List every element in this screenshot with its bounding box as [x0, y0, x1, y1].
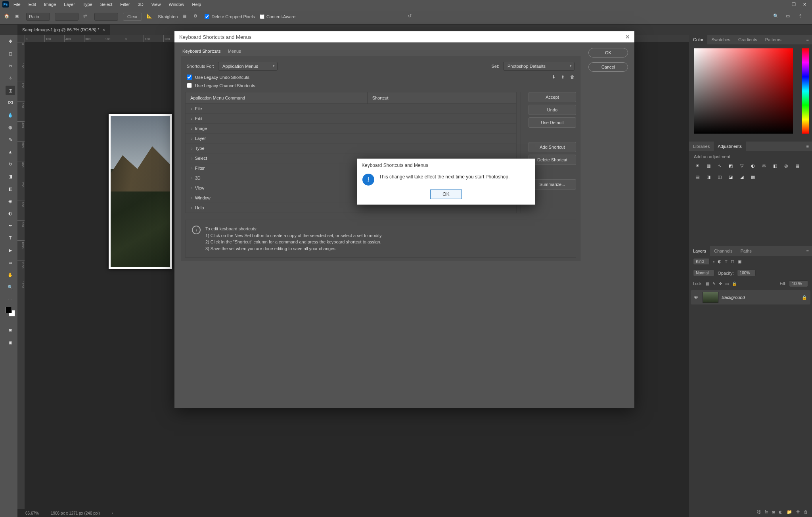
path-selection-tool-icon[interactable]: ▶	[6, 245, 15, 255]
ratio-select[interactable]: Ratio	[26, 13, 50, 21]
zoom-tool-icon[interactable]: 🔍	[6, 282, 15, 292]
exposure-icon[interactable]: ◩	[727, 162, 734, 169]
straighten-label[interactable]: Straighten	[158, 14, 178, 19]
adjustment-layer-icon[interactable]: ◐	[779, 509, 783, 515]
fill-input[interactable]: 100%	[789, 280, 808, 287]
menu-file[interactable]: File	[10, 1, 24, 8]
delete-set-icon[interactable]: 🗑	[570, 75, 575, 80]
legacy-channel-checkbox[interactable]: Use Legacy Channel Shortcuts	[187, 83, 255, 88]
panel-menu-icon[interactable]: ≡	[803, 35, 812, 44]
move-tool-icon[interactable]: ✥	[6, 36, 15, 46]
close-icon[interactable]: ✕	[803, 2, 806, 7]
cancel-button[interactable]: Cancel	[588, 62, 628, 72]
add-shortcut-button[interactable]: Add Shortcut	[529, 142, 576, 152]
filter-adjust-icon[interactable]: ◐	[718, 259, 722, 264]
width-input[interactable]	[55, 13, 79, 21]
workspace-icon[interactable]: ▭	[786, 13, 792, 20]
tab-layers[interactable]: Layers	[689, 246, 710, 256]
filter-smart-icon[interactable]: ▣	[737, 259, 741, 264]
color-swatch[interactable]	[6, 307, 15, 316]
curves-icon[interactable]: ∿	[716, 162, 723, 169]
edit-toolbar-icon[interactable]: ⋯	[6, 295, 15, 304]
command-row[interactable]: Edit	[186, 114, 516, 124]
healing-tool-icon[interactable]: ◍	[6, 123, 15, 132]
blend-mode-select[interactable]: Normal	[693, 270, 714, 276]
lock-all-icon[interactable]: 🔒	[732, 281, 737, 286]
lasso-tool-icon[interactable]: ✂	[6, 61, 15, 71]
dialog-titlebar[interactable]: Keyboard Shortcuts and Menus ×	[174, 31, 634, 42]
visibility-icon[interactable]: 👁	[694, 295, 699, 300]
new-layer-icon[interactable]: ✚	[796, 509, 800, 515]
color-field[interactable]	[694, 48, 793, 134]
tab-channels[interactable]: Channels	[710, 246, 736, 256]
rectangle-tool-icon[interactable]: ▭	[6, 258, 15, 267]
magic-wand-tool-icon[interactable]: ✧	[6, 73, 15, 83]
layer-mask-icon[interactable]: ◙	[772, 509, 775, 514]
menu-select[interactable]: Select	[97, 1, 116, 8]
dodge-tool-icon[interactable]: ◐	[6, 209, 15, 218]
home-icon[interactable]: 🏠	[4, 13, 10, 20]
history-brush-tool-icon[interactable]: ↻	[6, 159, 15, 169]
reset-icon[interactable]: ↺	[408, 13, 414, 20]
hue-slider[interactable]	[802, 48, 809, 134]
panel-menu-icon[interactable]: ≡	[803, 246, 812, 256]
alert-ok-button[interactable]: OK	[430, 190, 462, 199]
settings-gear-icon[interactable]: ⚙	[193, 13, 200, 20]
command-row[interactable]: Image	[186, 124, 516, 134]
document-canvas[interactable]	[109, 114, 172, 269]
clear-button[interactable]: Clear	[123, 13, 142, 21]
group-icon[interactable]: 📁	[787, 509, 792, 515]
document-tab[interactable]: SampleImage-1.jpg @ 66.7% (RGB/8) * ×	[17, 25, 110, 35]
eyedropper-tool-icon[interactable]: 💧	[6, 110, 15, 120]
type-tool-icon[interactable]: T	[6, 233, 15, 243]
menu-help[interactable]: Help	[189, 1, 205, 8]
crop-tool-icon[interactable]: ▣	[15, 13, 21, 20]
menu-filter[interactable]: Filter	[117, 1, 133, 8]
layer-style-icon[interactable]: fx	[765, 509, 768, 514]
color-lookup-icon[interactable]: ▤	[694, 173, 701, 180]
share-icon[interactable]: ⇪	[799, 13, 805, 20]
filter-type-icon[interactable]: T	[725, 259, 728, 264]
tab-libraries[interactable]: Libraries	[689, 142, 714, 151]
restore-icon[interactable]: ❐	[792, 2, 796, 7]
menu-view[interactable]: View	[148, 1, 164, 8]
screen-mode-icon[interactable]: ▣	[6, 337, 15, 347]
layer-filter-kind[interactable]: Kind	[693, 258, 710, 265]
hand-tool-icon[interactable]: ✋	[6, 270, 15, 280]
menu-edit[interactable]: Edit	[25, 1, 39, 8]
tab-keyboard-shortcuts[interactable]: Keyboard Shortcuts	[182, 49, 221, 54]
use-default-button[interactable]: Use Default	[529, 117, 576, 128]
search-icon[interactable]: 🔍	[773, 13, 779, 20]
tab-menus[interactable]: Menus	[228, 49, 241, 54]
pen-tool-icon[interactable]: ✒	[6, 221, 15, 230]
height-input[interactable]	[94, 13, 118, 21]
new-set-icon[interactable]: ⬆	[561, 75, 565, 80]
lock-brush-icon[interactable]: ✎	[712, 281, 716, 286]
eraser-tool-icon[interactable]: ◨	[6, 172, 15, 181]
summarize-button[interactable]: Summarize...	[529, 179, 576, 190]
tab-adjustments[interactable]: Adjustments	[714, 142, 746, 151]
threshold-icon[interactable]: ◪	[727, 173, 734, 180]
posterize-icon[interactable]: ◫	[716, 173, 723, 180]
zoom-level[interactable]: 66.67%	[25, 511, 39, 515]
layer-name[interactable]: Background	[722, 295, 745, 300]
menu-window[interactable]: Window	[165, 1, 187, 8]
delete-shortcut-button[interactable]: Delete Shortcut	[529, 155, 576, 165]
quick-mask-icon[interactable]: ◙	[6, 325, 15, 335]
delete-layer-icon[interactable]: 🗑	[804, 509, 808, 514]
straighten-icon[interactable]: 📐	[147, 13, 153, 20]
gradient-map-icon[interactable]: ◢	[738, 173, 745, 180]
layer-row[interactable]: 👁 Background 🔒	[691, 290, 810, 304]
lock-artboard-icon[interactable]: ▭	[725, 281, 729, 286]
blur-tool-icon[interactable]: ◉	[6, 196, 15, 206]
bw-icon[interactable]: ◧	[772, 162, 779, 169]
brightness-icon[interactable]: ☀	[694, 162, 701, 169]
brush-tool-icon[interactable]: ✎	[6, 135, 15, 144]
vibrance-icon[interactable]: ▽	[738, 162, 745, 169]
delete-cropped-checkbox[interactable]: Delete Cropped Pixels	[205, 14, 255, 19]
tab-gradients[interactable]: Gradients	[734, 35, 761, 44]
undo-button[interactable]: Undo	[529, 105, 576, 115]
link-layers-icon[interactable]: ⛓	[756, 509, 761, 514]
command-row[interactable]: File	[186, 104, 516, 114]
accept-button[interactable]: Accept	[529, 92, 576, 102]
